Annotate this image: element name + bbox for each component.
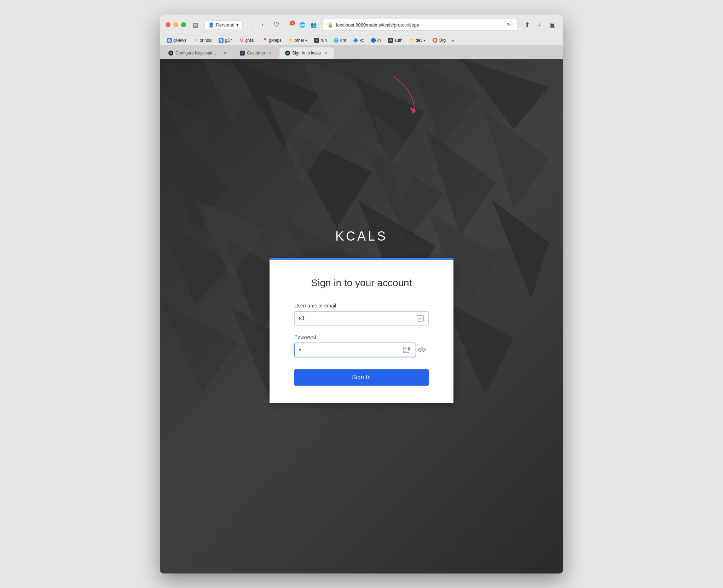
traffic-lights [166,22,186,27]
run-label: run [320,38,326,43]
gmaps-icon: 📍 [262,38,267,43]
kc-icon: 🔷 [353,38,358,43]
reload-button[interactable]: ↻ [505,21,513,29]
bookmark-other[interactable]: 📁 other ▾ [286,37,310,44]
bookmark-gmaps[interactable]: 📍 gMaps [260,37,284,44]
share-button[interactable]: ⬆ [522,20,532,30]
sidebar-toggle-button[interactable]: ▤ [190,20,200,30]
maximize-button[interactable] [181,22,186,27]
gdr-icon: G [219,38,224,43]
password-input[interactable] [294,343,415,357]
title-bar: ▤ 👤 Personal ▾ ‹ › 🛡 ⋯ 1 🌐 [160,15,563,35]
gnews-label: gNews [173,38,186,43]
profile-icon: 👤 [208,22,214,28]
svg-point-0 [169,52,172,54]
other-label: other [295,38,304,43]
lock-icon: 🔒 [327,22,333,28]
tab-signin-close[interactable]: ✕ [323,50,329,56]
new-tab-button[interactable]: ＋ [535,20,545,30]
h-label: /h [377,38,381,43]
extension-icons: ⋯ 1 🌐 👥 [286,20,318,30]
tab-signin[interactable]: Sign in to kcals ✕ [279,47,334,59]
back-button[interactable]: ‹ [247,20,257,30]
gmail-icon: M [239,38,244,43]
svg-rect-32 [418,317,421,317]
tab-overview-button[interactable]: ▣ [548,20,557,30]
username-form-group: Username or email [294,303,429,325]
dev-chevron-icon: ▾ [423,39,425,42]
extensions-button[interactable]: ⋯ 1 [286,20,296,30]
tab-customer-favicon: ⚛ [240,51,245,56]
bookmark-h[interactable]: 🔵 /h [368,37,384,44]
browser-window: ▤ 👤 Personal ▾ ‹ › 🛡 ⋯ 1 🌐 [160,15,563,573]
kc-label: kc [360,38,364,43]
bookmark-gmail[interactable]: M gMail [236,37,258,44]
toolbar-right: ⬆ ＋ ▣ [522,20,557,30]
bookmark-kc[interactable]: 🔷 kc [351,37,367,44]
username-input[interactable] [294,311,429,325]
forward-button[interactable]: › [258,20,267,30]
tab-signin-favicon [285,51,290,56]
password-label: Password [294,334,429,340]
auth-label: auth [394,38,403,43]
tabs-bar: Configure Keycloak auth - API Logic Serv… [160,45,563,59]
password-toggle-button[interactable] [415,342,429,357]
sidebar-icon: ▤ [193,22,198,28]
login-card-body: Sign in to your account Username or emai… [270,260,453,403]
bookmark-gdr[interactable]: G gDr [216,37,235,44]
other-chevron-icon: ▾ [305,39,307,42]
tab-signin-title: Sign in to kcals [292,51,321,56]
svg-rect-33 [418,318,423,319]
password-autofill-icon[interactable] [402,345,412,355]
dev-label: dev [416,38,422,43]
svg-point-42 [421,349,423,351]
tab-customer[interactable]: ⚛ Customer ✕ [234,47,279,59]
bookmark-org[interactable]: ⭕ Org [429,37,449,44]
run-icon: ⚛ [314,38,319,43]
svg-point-1 [286,52,289,54]
vpn-extension-icon[interactable]: 🌐 [297,20,307,30]
tab-configure-title: Configure Keycloak auth - API Logic Serv… [175,51,220,56]
password-input-container [294,343,415,357]
gdr-label: gDr [225,38,232,43]
auth-icon: ⚙ [388,38,393,43]
tab-customer-close[interactable]: ✕ [267,50,273,56]
org-icon: ⭕ [432,38,437,43]
address-text: localhost:8080/realms/kcals/protocol/ope [336,22,502,28]
sign-in-button[interactable]: Sign In [294,369,429,386]
username-autofill-icon[interactable] [415,313,425,323]
bookmark-dev[interactable]: 📁 dev ▾ [407,37,428,44]
gmail-label: gMail [245,38,255,43]
browser-content: KCALS Sign in to your account Username o… [160,59,563,573]
password-form-group: Password [294,334,429,357]
bookmark-orinda[interactable]: ✳ orinda [191,37,214,44]
tab-configure-close[interactable]: ✕ [222,50,228,56]
app-title: KCALS [335,229,388,244]
svg-rect-37 [404,350,408,350]
bookmark-auth[interactable]: ⚙ auth [385,37,405,44]
gnews-icon: G [167,38,172,43]
username-input-wrapper [294,311,429,325]
shield-icon: 🛡 [272,20,282,30]
address-bar[interactable]: 🔒 localhost:8080/realms/kcals/protocol/o… [323,19,518,31]
chrome-frame: ▤ 👤 Personal ▾ ‹ › 🛡 ⋯ 1 🌐 [160,15,563,59]
profile-label: Personal [216,22,234,28]
bookmarks-more-button[interactable]: » [450,37,456,44]
username-label: Username or email [294,303,429,309]
user-extension-icon[interactable]: 👥 [308,20,318,30]
tab-configure[interactable]: Configure Keycloak auth - API Logic Serv… [163,47,233,59]
bookmark-gnews[interactable]: G gNews [164,37,189,44]
bookmark-ont[interactable]: 🌐 ont [331,37,349,44]
orinda-label: orinda [200,38,212,43]
svg-rect-38 [404,351,406,352]
close-button[interactable] [166,22,170,27]
profile-button[interactable]: 👤 Personal ▾ [204,21,243,29]
login-card: Sign in to your account Username or emai… [270,258,453,403]
minimize-button[interactable] [173,22,178,27]
profile-chevron-icon: ▾ [236,22,239,28]
tab-configure-favicon [168,51,173,56]
tab-customer-title: Customer [247,51,265,56]
bookmark-run[interactable]: ⚛ run [311,37,329,44]
nav-arrows: ‹ › [247,20,267,30]
ont-icon: 🌐 [334,38,339,43]
